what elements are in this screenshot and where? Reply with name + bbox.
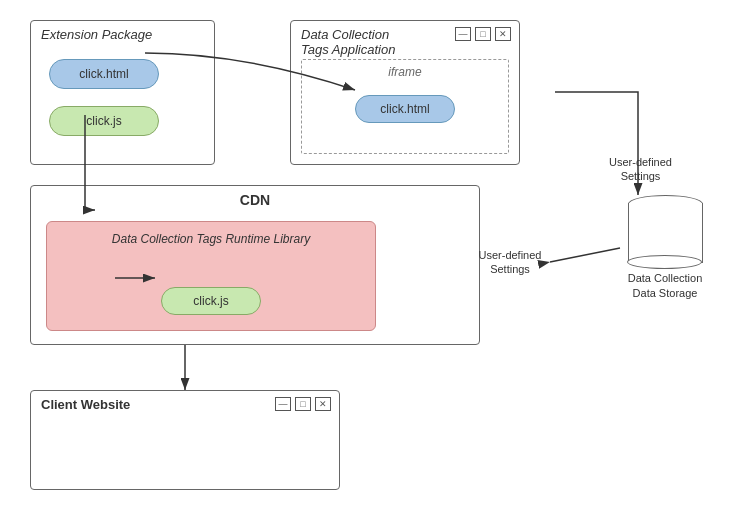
cylinder-body [628,203,703,263]
extension-click-js-button[interactable]: click.js [49,106,159,136]
client-close-icon[interactable]: ✕ [315,397,331,411]
extension-package-label: Extension Package [41,27,152,42]
cdn-label: CDN [240,192,270,208]
cylinder-bottom [627,255,702,269]
cylinder-shape [628,195,703,267]
iframe-box: iframe click.html [301,59,509,154]
close-icon[interactable]: ✕ [495,27,511,41]
client-maximize-icon[interactable]: □ [295,397,311,411]
user-defined-settings-mid: User-definedSettings [470,248,550,277]
iframe-label: iframe [388,65,421,79]
dc-tags-app-box: Data CollectionTags Application — □ ✕ if… [290,20,520,165]
runtime-lib-label: Data Collection Tags Runtime Library [112,232,310,246]
diagram-container: Extension Package click.html click.js Da… [0,0,750,518]
client-website-box: Client Website — □ ✕ [30,390,340,490]
dc-storage-cylinder: Data CollectionData Storage [620,195,710,300]
runtime-lib-box: Data Collection Tags Runtime Library cli… [46,221,376,331]
extension-click-html-button[interactable]: click.html [49,59,159,89]
cdn-box: CDN Data Collection Tags Runtime Library… [30,185,480,345]
client-website-window-icons: — □ ✕ [275,397,331,411]
client-minimize-icon[interactable]: — [275,397,291,411]
dc-tags-app-window-icons: — □ ✕ [455,27,511,41]
maximize-icon[interactable]: □ [475,27,491,41]
extension-package-box: Extension Package click.html click.js [30,20,215,165]
minimize-icon[interactable]: — [455,27,471,41]
runtime-click-js-button[interactable]: click.js [161,287,261,315]
dc-storage-label: Data CollectionData Storage [628,271,703,300]
user-defined-settings-top: User-definedSettings [598,155,683,184]
iframe-click-html-button[interactable]: click.html [355,95,455,123]
client-website-label: Client Website [41,397,130,412]
dc-tags-app-label: Data CollectionTags Application [301,27,395,57]
